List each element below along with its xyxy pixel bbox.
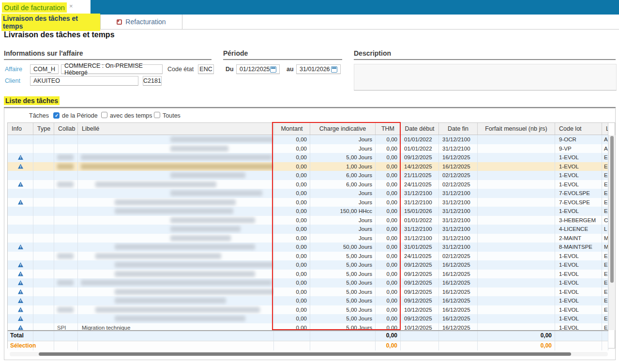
date-du-field[interactable]: 01/12/2025 (236, 64, 280, 74)
cell-collab (54, 216, 78, 225)
description-textarea[interactable] (354, 64, 617, 91)
warning-icon (18, 316, 23, 321)
cell-debut: 01/01/2022 (401, 216, 439, 225)
table-row[interactable]: 0,006,00 Jours0,0024/11/202502/12/20251-… (8, 180, 608, 189)
calendar-icon[interactable] (270, 66, 276, 73)
cell-debut: 21/11/2025 (401, 171, 439, 180)
total-row: Total0,000,00 (8, 330, 608, 341)
column-header-montant[interactable]: Montant (274, 123, 310, 135)
table-row[interactable]: 0,005,00 Jours0,0024/11/202502/12/20251-… (8, 252, 608, 261)
table-row[interactable]: 0,005,00 Jours0,0009/12/202516/12/20251-… (8, 153, 608, 162)
column-header-thm[interactable]: THM (376, 123, 401, 135)
cell-llot: E (602, 252, 608, 261)
table-row[interactable]: 0,00Jours0,0031/12/210031/12/21004-LICEN… (8, 225, 608, 234)
cell-llot: E (602, 207, 608, 216)
column-header-info[interactable]: Info (8, 123, 33, 135)
table-row[interactable]: 0,006,00 Jours0,0021/11/202502/12/20251-… (8, 171, 608, 180)
table-row[interactable]: 0,00Jours0,0031/12/210031/12/21007-EVOLS… (8, 189, 608, 198)
checkbox-toutes-label[interactable]: Toutes (163, 112, 181, 119)
redacted-libelle (115, 244, 255, 250)
table-row[interactable]: 0,00Jours0,0031/12/210031/12/21002-MAINT… (8, 234, 608, 243)
cell-type (33, 288, 54, 297)
cell-thm: 0,00 (376, 162, 401, 171)
cell-libelle (78, 171, 274, 180)
cell-forfait (478, 189, 555, 198)
table-row[interactable]: 0,0050,00 Jours0,0031/01/202531/12/21008… (8, 243, 608, 252)
table-row[interactable]: 0,00Jours0,0031/12/210031/12/21007-EVOLS… (8, 198, 608, 207)
column-header-lot[interactable]: Code lot (555, 123, 602, 135)
total-lot (555, 331, 602, 341)
table-row[interactable]: 0,005,00 Jours0,0009/12/202516/12/20251-… (8, 314, 608, 323)
cell-libelle (78, 305, 274, 315)
table-row[interactable]: 0,00Jours0,0001/01/202231/12/21003-HEBER… (8, 216, 608, 225)
table-row[interactable]: 0,005,00 Jours0,0009/12/202516/12/20251-… (8, 288, 608, 297)
du-label: Du (226, 66, 234, 73)
column-header-collab[interactable]: Collab (54, 123, 78, 135)
subtab-refacturation[interactable]: Refacturation (101, 15, 182, 29)
affaire-code-field[interactable]: COM_H (30, 64, 59, 74)
affaire-name-field[interactable]: COMMERCE : On-PREMISE Hébergé (61, 64, 163, 74)
table-row[interactable]: 0,005,00 Jours0,0009/12/202516/12/20251-… (8, 270, 608, 279)
table-row[interactable]: 0,005,00 Jours0,0009/12/202516/12/20251-… (8, 296, 608, 305)
column-header-fin[interactable]: Date fin (439, 123, 478, 135)
cell-collab (54, 171, 78, 180)
client-name-field[interactable]: AKUITEO (30, 76, 138, 86)
cell-type (33, 260, 54, 270)
cell-thm: 0,00 (376, 243, 401, 252)
selection-libelle (78, 341, 274, 351)
column-header-charge[interactable]: Charge indicative (310, 123, 376, 135)
checkbox-de-la-periode[interactable] (53, 112, 60, 119)
cell-debut: 09/12/2025 (401, 296, 439, 305)
vertical-scrollbar-thumb[interactable] (610, 136, 614, 283)
table-row[interactable]: 0,001,00 Jours0,0014/12/202516/12/20251-… (8, 162, 608, 171)
column-header-llot[interactable]: L (602, 123, 608, 135)
cell-lot: 1-EVOL (555, 180, 602, 189)
date-au-field[interactable]: 31/01/2026 (296, 64, 341, 74)
cell-charge: 6,00 Jours (310, 171, 376, 180)
cell-montant: 0,00 (274, 314, 310, 323)
cell-lot: 1-EVOL (555, 207, 602, 216)
selection-thm: 0,00 (376, 341, 401, 351)
table-row[interactable]: 0,00Jours0,0001/01/202231/12/21009-OCRA (8, 135, 608, 144)
cell-info (8, 198, 33, 207)
table-row[interactable]: 0,005,00 Jours0,0009/12/202516/12/20251-… (8, 260, 608, 270)
close-icon[interactable]: × (69, 2, 73, 10)
cell-lot: 1-EVOL (555, 171, 602, 180)
checkbox-de-la-periode-label[interactable]: de la Période (62, 112, 98, 119)
column-header-debut[interactable]: Date début (401, 123, 439, 135)
checkbox-toutes[interactable] (154, 112, 160, 118)
code-etat-label: Code état (167, 66, 194, 73)
tasks-table: InfoTypeCollabLibelléMontantCharge indic… (7, 122, 615, 349)
cell-thm: 0,00 (376, 252, 401, 261)
subtab-bar: Livraison des tâches et temps Refacturat… (0, 15, 619, 30)
cell-forfait (478, 153, 555, 162)
cell-fin: 31/12/2100 (439, 234, 478, 243)
cell-montant: 0,00 (274, 323, 310, 331)
subtab-livraison[interactable]: Livraison des tâches et temps (0, 15, 101, 30)
table-row[interactable]: 0,005,00 Jours0,0010/12/202516/12/20251-… (8, 305, 608, 315)
horizontal-scrollbar-thumb[interactable] (39, 352, 571, 356)
column-header-forfait[interactable]: Forfait mensuel (nb jrs) (478, 123, 555, 135)
cell-charge: 5,00 Jours (310, 252, 376, 261)
code-etat-field[interactable]: ENC (198, 64, 214, 74)
checkbox-avec-des-temps-label[interactable]: avec des temps (110, 112, 152, 119)
column-header-type[interactable]: Type (33, 123, 54, 135)
calendar-icon[interactable] (331, 66, 337, 73)
table-row[interactable]: 0,005,00 Jours0,0009/12/202516/12/20251-… (8, 278, 608, 288)
client-code-field[interactable]: C2181 (143, 76, 162, 86)
table-row[interactable]: 0,00Jours0,0001/01/202231/12/21009-VPA (8, 144, 608, 153)
cell-fin: 31/12/2100 (439, 198, 478, 207)
cell-type (33, 189, 54, 198)
checkbox-avec-des-temps[interactable] (101, 112, 107, 118)
cell-montant: 0,00 (274, 171, 310, 180)
cell-collab (54, 270, 78, 279)
table-row[interactable]: 0,00150,00 HHcc0,0015/01/202631/12/21001… (8, 207, 608, 216)
tab-outil-facturation[interactable]: Outil de facturation × (0, 0, 91, 15)
vertical-scrollbar[interactable] (608, 135, 615, 330)
cell-lot: 2-MAINT (555, 234, 602, 243)
column-header-libelle[interactable]: Libellé (78, 123, 274, 135)
billing-tool-window: Outil de facturation × Livraison des tâc… (0, 0, 619, 364)
cell-forfait (478, 180, 555, 189)
table-row[interactable]: SPIMigration technique0,005,00 Jours0,00… (8, 323, 608, 331)
cell-llot: E (602, 305, 608, 315)
